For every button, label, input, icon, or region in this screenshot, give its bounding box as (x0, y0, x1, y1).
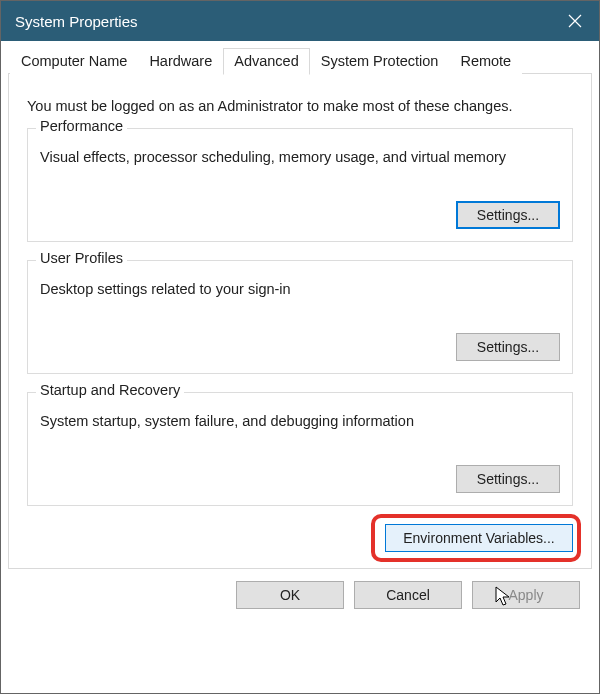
cancel-button[interactable]: Cancel (354, 581, 462, 609)
environment-variables-row: Environment Variables... (27, 524, 573, 552)
close-icon (568, 14, 582, 28)
admin-notice-text: You must be logged on as an Administrato… (27, 98, 573, 114)
environment-variables-button[interactable]: Environment Variables... (385, 524, 573, 552)
window-title: System Properties (15, 13, 551, 30)
group-performance-desc: Visual effects, processor scheduling, me… (40, 149, 560, 165)
close-button[interactable] (551, 1, 599, 41)
tab-advanced[interactable]: Advanced (223, 48, 310, 75)
user-profiles-settings-button[interactable]: Settings... (456, 333, 560, 361)
ok-button[interactable]: OK (236, 581, 344, 609)
tab-pane-advanced: You must be logged on as an Administrato… (8, 74, 592, 569)
tabstrip: Computer Name Hardware Advanced System P… (8, 44, 592, 74)
group-startup-recovery-legend: Startup and Recovery (36, 382, 184, 398)
group-startup-recovery-desc: System startup, system failure, and debu… (40, 413, 560, 429)
performance-settings-button[interactable]: Settings... (456, 201, 560, 229)
dialog-content: Computer Name Hardware Advanced System P… (1, 41, 599, 621)
tab-hardware[interactable]: Hardware (138, 48, 223, 74)
tab-remote[interactable]: Remote (449, 48, 522, 74)
group-performance-legend: Performance (36, 118, 127, 134)
group-user-profiles: User Profiles Desktop settings related t… (27, 260, 573, 374)
startup-recovery-settings-button[interactable]: Settings... (456, 465, 560, 493)
dialog-footer-buttons: OK Cancel Apply (8, 569, 592, 609)
group-user-profiles-legend: User Profiles (36, 250, 127, 266)
titlebar: System Properties (1, 1, 599, 41)
tab-computer-name[interactable]: Computer Name (10, 48, 138, 74)
group-performance: Performance Visual effects, processor sc… (27, 128, 573, 242)
group-user-profiles-desc: Desktop settings related to your sign-in (40, 281, 560, 297)
group-startup-recovery: Startup and Recovery System startup, sys… (27, 392, 573, 506)
tab-system-protection[interactable]: System Protection (310, 48, 450, 74)
apply-button[interactable]: Apply (472, 581, 580, 609)
